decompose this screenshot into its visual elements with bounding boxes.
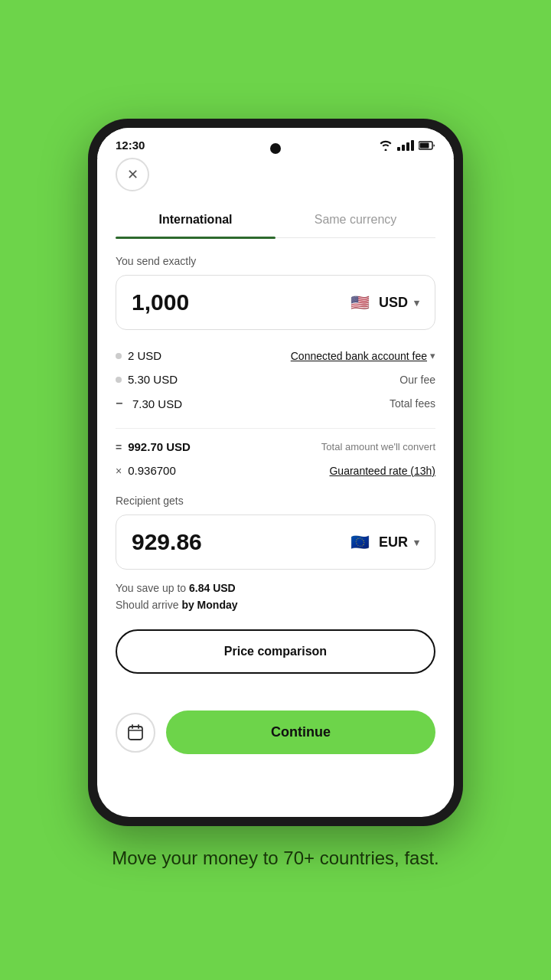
recipient-currency-selector[interactable]: 🇪🇺 EUR ▾ — [348, 530, 419, 554]
rate-value: 0.936700 — [128, 464, 176, 477]
divider-1 — [116, 428, 435, 429]
savings-amount: 6.84 USD — [189, 582, 236, 594]
continue-button[interactable]: Continue — [166, 710, 435, 754]
bank-fee-chevron: ▾ — [430, 350, 435, 361]
total-fee-label: Total fees — [390, 397, 435, 410]
phone-screen: 12:30 — [97, 128, 454, 817]
bank-fee-label-container[interactable]: Connected bank account fee ▾ — [291, 350, 435, 362]
guaranteed-rate-label[interactable]: Guaranteed rate (13h) — [329, 465, 435, 477]
bank-fee-dot — [116, 353, 122, 359]
send-currency-code: USD — [379, 295, 408, 311]
status-time: 12:30 — [116, 139, 145, 152]
recipient-currency-code: EUR — [379, 534, 408, 550]
tab-same-currency[interactable]: Same currency — [276, 204, 435, 237]
bank-fee-left: 2 USD — [116, 349, 161, 362]
savings-text: You save up to 6.84 USD — [116, 582, 435, 594]
rate-row: × 0.936700 Guaranteed rate (13h) — [116, 459, 435, 482]
our-fee-left: 5.30 USD — [116, 373, 178, 386]
send-currency-selector[interactable]: 🇺🇸 USD ▾ — [348, 290, 419, 315]
svg-rect-1 — [420, 142, 429, 148]
our-fee-row: 5.30 USD Our fee — [116, 368, 435, 391]
total-fee-left: − 7.30 USD — [116, 397, 182, 410]
recipient-amount-value: 929.86 — [132, 529, 202, 555]
our-fee-label: Our fee — [399, 374, 435, 386]
arrival-day: by Monday — [181, 599, 237, 611]
camera-notch — [270, 143, 281, 154]
battery-icon — [419, 141, 435, 150]
rate-left: × 0.936700 — [116, 464, 176, 477]
wifi-icon — [379, 140, 393, 151]
convert-amount: 992.70 USD — [128, 440, 191, 453]
tab-international[interactable]: International — [116, 204, 276, 237]
recipient-amount-box: 929.86 🇪🇺 EUR ▾ — [116, 514, 435, 570]
eur-flag: 🇪🇺 — [348, 530, 373, 554]
tagline: Move your money to 70+ countries, fast. — [96, 848, 455, 869]
price-comparison-button[interactable]: Price comparison — [116, 629, 435, 674]
app-content: ✕ International Same currency You send e… — [97, 158, 454, 710]
recipient-label: Recipient gets — [116, 495, 435, 507]
send-amount-box: 1,000 🇺🇸 USD ▾ — [116, 275, 435, 330]
arrival-text: Should arrive by Monday — [116, 599, 435, 611]
bank-fee-label: Connected bank account fee — [291, 350, 427, 362]
signal-bars-icon — [397, 140, 414, 151]
times-icon: × — [116, 465, 122, 477]
status-icons — [379, 140, 435, 151]
recipient-currency-chevron: ▾ — [414, 537, 419, 548]
phone-frame: 12:30 — [88, 119, 463, 826]
total-fee-row: − 7.30 USD Total fees — [116, 391, 435, 416]
convert-label: Total amount we'll convert — [321, 441, 435, 452]
status-bar: 12:30 — [97, 128, 454, 158]
tabs-container: International Same currency — [116, 204, 435, 238]
close-icon: ✕ — [127, 166, 139, 183]
send-label: You send exactly — [116, 255, 435, 267]
schedule-icon — [126, 724, 145, 742]
send-currency-chevron: ▾ — [414, 297, 419, 309]
our-fee-dot — [116, 377, 122, 383]
equals-icon: = — [116, 441, 122, 453]
close-button[interactable]: ✕ — [116, 158, 149, 191]
total-fee-amount: 7.30 USD — [132, 397, 182, 410]
convert-row: = 992.70 USD Total amount we'll convert — [116, 435, 435, 459]
bottom-bar: Continue — [97, 710, 454, 776]
our-fee-amount: 5.30 USD — [128, 373, 178, 386]
schedule-button[interactable] — [116, 713, 155, 753]
bank-fee-amount: 2 USD — [128, 349, 161, 362]
minus-icon: − — [116, 397, 126, 410]
usd-flag: 🇺🇸 — [348, 290, 373, 315]
svg-rect-2 — [129, 727, 142, 740]
fee-rows: 2 USD Connected bank account fee ▾ 5.30 … — [116, 344, 435, 416]
convert-left: = 992.70 USD — [116, 440, 191, 453]
bank-fee-row: 2 USD Connected bank account fee ▾ — [116, 344, 435, 368]
send-amount-value: 1,000 — [132, 289, 189, 315]
